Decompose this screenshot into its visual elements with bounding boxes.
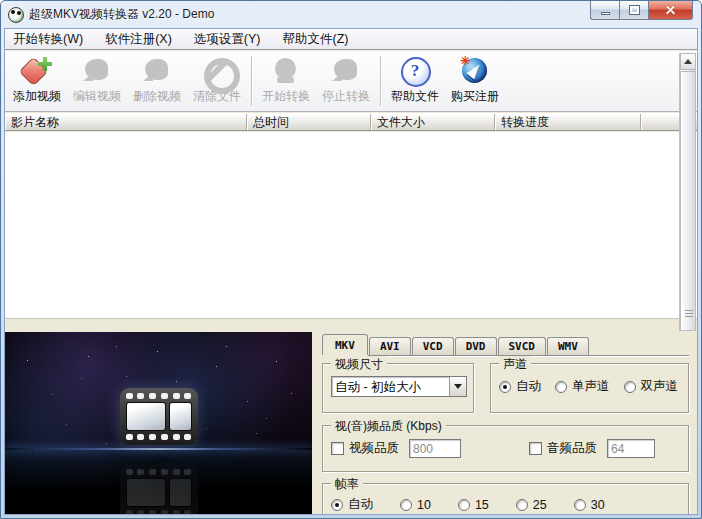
film-strip-icon — [120, 388, 198, 445]
buy-register-button[interactable]: ✳ 购买注册 — [445, 54, 505, 109]
delete-video-button[interactable]: 删除视频 — [127, 54, 187, 109]
radio-icon[interactable] — [331, 499, 343, 511]
toolbar-separator — [251, 56, 252, 106]
fps-30-label: 30 — [591, 498, 605, 512]
window-title: 超级MKV视频转换器 v2.20 - Demo — [29, 6, 214, 23]
audio-quality-input[interactable] — [607, 439, 655, 458]
minimize-icon — [601, 12, 610, 15]
help-file-button[interactable]: 帮助文件 — [385, 54, 445, 109]
radio-icon[interactable] — [574, 499, 586, 511]
audio-channel-group-label: 声道 — [499, 356, 531, 373]
channel-stereo-label: 双声道 — [641, 378, 679, 395]
fps-auto-label: 自动 — [348, 496, 373, 513]
menu-options[interactable]: 选项设置(Y) — [194, 31, 261, 48]
quality-group-label: 视(音)频品质 (Kbps) — [331, 418, 446, 435]
scrollbar-thumb[interactable] — [680, 71, 696, 331]
radio-icon[interactable] — [400, 499, 412, 511]
add-video-button[interactable]: 添加视频 — [7, 54, 67, 109]
tab-avi[interactable]: AVI — [369, 337, 411, 355]
column-header-duration[interactable]: 总时间 — [247, 114, 371, 130]
close-button[interactable] — [648, 1, 693, 20]
file-list-body[interactable] — [5, 132, 697, 319]
video-quality-checkbox-row[interactable]: 视频品质 — [331, 440, 399, 457]
video-size-group: 视频尺寸 自动 - 初始大小 — [322, 363, 474, 413]
channel-mono-option[interactable]: 单声道 — [555, 378, 610, 395]
channel-auto-option[interactable]: 自动 — [499, 378, 541, 395]
tab-dvd[interactable]: DVD — [455, 337, 497, 355]
titlebar[interactable]: 超级MKV视频转换器 v2.20 - Demo — [1, 1, 701, 28]
checkbox-icon[interactable] — [331, 442, 344, 455]
stop-convert-button[interactable]: 停止转换 — [316, 54, 376, 109]
list-scrollbar[interactable] — [679, 53, 696, 331]
close-icon — [665, 5, 676, 16]
radio-icon[interactable] — [499, 381, 511, 393]
checkbox-icon[interactable] — [529, 442, 542, 455]
window-controls — [590, 1, 693, 20]
fps-auto-option[interactable]: 自动 — [331, 496, 373, 513]
edit-video-button[interactable]: 编辑视频 — [67, 54, 127, 109]
fps-10-label: 10 — [417, 498, 431, 512]
audio-quality-checkbox-row[interactable]: 音频品质 — [529, 440, 597, 457]
fps-25-option[interactable]: 25 — [516, 498, 547, 512]
delete-video-label: 删除视频 — [133, 88, 181, 105]
edit-video-label: 编辑视频 — [73, 88, 121, 105]
tab-svcd[interactable]: SVCD — [498, 337, 547, 355]
video-size-value: 自动 - 初始大小 — [332, 377, 449, 396]
fps-25-label: 25 — [533, 498, 547, 512]
menu-register[interactable]: 软件注册(X) — [105, 31, 172, 48]
add-video-label: 添加视频 — [13, 88, 61, 105]
app-icon — [8, 7, 24, 23]
buy-register-label: 购买注册 — [451, 88, 499, 105]
app-window: 超级MKV视频转换器 v2.20 - Demo 开始转换(W) 软件注册(X) … — [0, 0, 702, 519]
edit-video-icon — [82, 57, 112, 85]
tab-mkv[interactable]: MKV — [322, 334, 368, 355]
start-convert-label: 开始转换 — [262, 88, 310, 105]
scroll-up-button[interactable] — [680, 53, 696, 70]
clear-files-icon — [202, 57, 232, 85]
maximize-button[interactable] — [619, 1, 648, 20]
delete-video-icon — [142, 57, 172, 85]
menu-start-convert[interactable]: 开始转换(W) — [13, 31, 83, 48]
stop-convert-icon — [331, 57, 361, 85]
audio-quality-label: 音频品质 — [547, 440, 597, 457]
column-header-name[interactable]: 影片名称 — [5, 114, 247, 130]
format-settings-panel: MKV AVI VCD DVD SVCD WMV 视频尺寸 自动 - 初始大小 — [312, 332, 697, 514]
buy-register-icon: ✳ — [460, 57, 490, 85]
help-icon — [400, 57, 430, 85]
radio-icon[interactable] — [624, 381, 636, 393]
tab-wmv[interactable]: WMV — [547, 337, 589, 355]
maximize-icon — [630, 6, 639, 14]
toolbar: 添加视频 编辑视频 删除视频 清除文件 开始转换 停止转换 — [5, 51, 697, 112]
column-header-progress[interactable]: 转换进度 — [495, 114, 641, 130]
arrow-up-icon — [684, 59, 692, 64]
frame-rate-group: 帧率 自动 10 15 — [322, 483, 689, 515]
fps-30-option[interactable]: 30 — [574, 498, 605, 512]
video-preview-area — [5, 332, 312, 514]
video-size-select[interactable]: 自动 - 初始大小 — [331, 376, 467, 397]
video-quality-input[interactable] — [409, 439, 461, 458]
minimize-button[interactable] — [590, 1, 619, 20]
bottom-panel: MKV AVI VCD DVD SVCD WMV 视频尺寸 自动 - 初始大小 — [5, 332, 697, 514]
file-list-header: 影片名称 总时间 文件大小 转换进度 — [5, 113, 697, 131]
start-convert-button[interactable]: 开始转换 — [256, 54, 316, 109]
quality-group: 视(音)频品质 (Kbps) 视频品质 音频品质 — [322, 425, 689, 472]
column-header-filesize[interactable]: 文件大小 — [371, 114, 495, 130]
clear-files-button[interactable]: 清除文件 — [187, 54, 247, 109]
radio-icon[interactable] — [555, 381, 567, 393]
fps-15-option[interactable]: 15 — [458, 498, 489, 512]
fps-10-option[interactable]: 10 — [400, 498, 431, 512]
start-convert-icon — [271, 57, 301, 85]
channel-auto-label: 自动 — [516, 378, 541, 395]
tab-vcd[interactable]: VCD — [412, 337, 454, 355]
dropdown-button[interactable] — [449, 377, 466, 396]
fps-15-label: 15 — [475, 498, 489, 512]
channel-stereo-option[interactable]: 双声道 — [624, 378, 679, 395]
add-video-icon — [22, 57, 52, 85]
channel-mono-label: 单声道 — [572, 378, 610, 395]
radio-icon[interactable] — [516, 499, 528, 511]
video-size-group-label: 视频尺寸 — [331, 356, 387, 373]
radio-icon[interactable] — [458, 499, 470, 511]
thumb-grip-icon — [685, 310, 693, 318]
toolbar-separator — [380, 56, 381, 106]
menu-help[interactable]: 帮助文件(Z) — [282, 31, 348, 48]
